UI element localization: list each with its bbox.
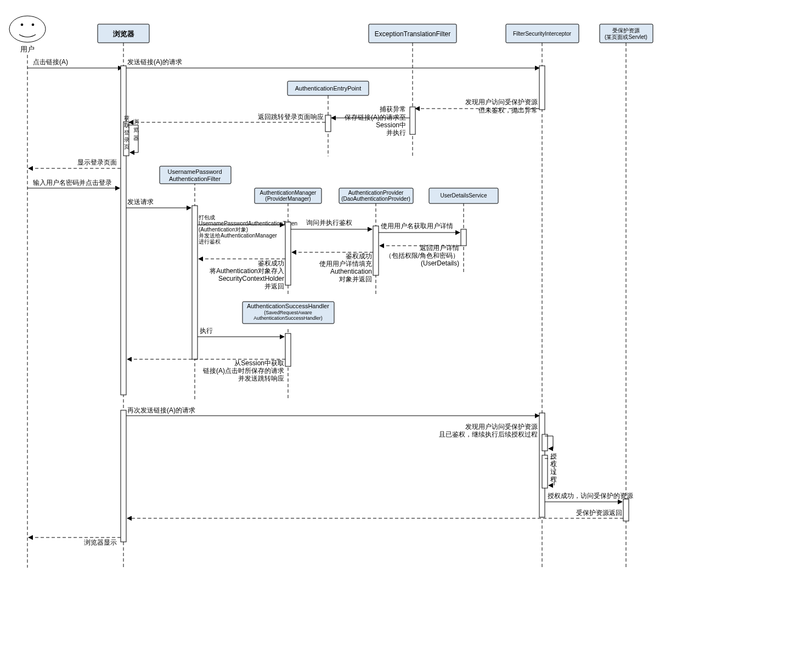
participant-upaf: UsernamePassword AuthenticationFilter — [160, 166, 231, 184]
msg-click-link: 点击链接(A) — [33, 58, 68, 66]
svg-text:浏: 浏 — [133, 118, 139, 124]
svg-text:AuthenticationFilter: AuthenticationFilter — [169, 176, 221, 182]
svg-text:ExceptionTranslationFilter: ExceptionTranslationFilter — [375, 30, 450, 38]
svg-text:(DaoAuthenticationProvider): (DaoAuthenticationProvider) — [341, 196, 410, 202]
svg-text:(某页面或Servlet): (某页面或Servlet) — [605, 34, 647, 40]
svg-text:使用用户详情填充: 使用用户详情填充 — [319, 260, 372, 268]
svg-text:对象并返回: 对象并返回 — [339, 275, 372, 283]
svg-text:受保护资源: 受保护资源 — [612, 27, 640, 33]
svg-text:(Authentication对象): (Authentication对象) — [199, 227, 248, 233]
svg-text:但未鉴权，抛出异常: 但未鉴权，抛出异常 — [478, 106, 538, 114]
svg-text:（包括权限/角色和密码）: （包括权限/角色和密码） — [385, 252, 459, 259]
svg-text:且已鉴权，继续执行后续授权过程: 且已鉴权，继续执行后续授权过程 — [439, 431, 538, 438]
svg-text:SecurityContextHolder: SecurityContextHolder — [218, 275, 284, 282]
svg-text:进行鉴权: 进行鉴权 — [199, 239, 221, 245]
participant-uds: UserDetailsService — [429, 188, 498, 203]
participant-am: AuthenticationManager (ProviderManager) — [255, 188, 322, 203]
svg-text:程: 程 — [550, 475, 557, 483]
svg-text:登: 登 — [124, 129, 129, 135]
svg-text:AuthenticationManager: AuthenticationManager — [260, 190, 317, 196]
svg-text:返回用户详情: 返回用户详情 — [420, 244, 459, 252]
participant-browser: 浏览器 — [98, 24, 149, 43]
svg-text:将Authentication对象存入: 将Authentication对象存入 — [209, 267, 284, 275]
svg-rect-27 — [539, 66, 545, 110]
msg-exec-handler: 执行 — [200, 327, 213, 335]
msg-access-res: 授权成功，访问受保护的资源 — [548, 492, 633, 500]
svg-text:保存链接(A)的请求至: 保存链接(A)的请求至 — [345, 114, 406, 121]
svg-point-0 — [9, 16, 46, 42]
svg-text:录: 录 — [124, 137, 129, 143]
participant-ash: AuthenticationSuccessHandler (SavedReque… — [243, 302, 334, 324]
svg-text:并发送给AuthenticationManager: 并发送给AuthenticationManager — [199, 233, 278, 239]
svg-text:UserDetailsService: UserDetailsService — [440, 193, 487, 199]
svg-text:Session中: Session中 — [376, 121, 406, 129]
msg-redirect-login: 返回跳转登录页面响应 — [258, 113, 324, 121]
svg-text:鉴权成功: 鉴权成功 — [258, 259, 284, 267]
participant-etf: ExceptionTranslationFilter — [369, 24, 456, 43]
msg-send-req-a: 发送链接(A)的请求 — [127, 58, 182, 66]
participant-res: 受保护资源 (某页面或Servlet) — [600, 24, 653, 43]
svg-text:UsernamePasswordAuthentication: UsernamePasswordAuthenticationToken — [199, 220, 297, 227]
svg-text:(SavedRequestAware: (SavedRequestAware — [264, 310, 312, 315]
svg-rect-32 — [410, 107, 415, 134]
svg-text:AuthenticationSuccessHandler): AuthenticationSuccessHandler) — [253, 315, 323, 321]
svg-rect-38 — [325, 115, 331, 132]
msg-load-user: 使用用户名获取用户详情 — [381, 222, 453, 230]
svg-text:并发送跳转响应: 并发送跳转响应 — [238, 375, 284, 382]
svg-text:过: 过 — [550, 468, 557, 475]
participant-ap: AuthenticationProvider (DaoAuthenticatio… — [339, 188, 413, 203]
svg-text:用户: 用户 — [20, 45, 35, 53]
svg-text:浏览器: 浏览器 — [112, 30, 134, 38]
svg-text:页: 页 — [124, 144, 129, 150]
svg-rect-63 — [192, 206, 198, 359]
svg-text:鉴权成功: 鉴权成功 — [346, 252, 372, 260]
svg-rect-70 — [285, 222, 291, 285]
svg-text:(ProviderManager): (ProviderManager) — [265, 196, 311, 202]
svg-point-1 — [21, 24, 24, 26]
msg-unauth: 发现用户访问受保护资源 — [465, 98, 538, 106]
svg-text:Authentication: Authentication — [330, 268, 372, 275]
svg-text:AuthenticationEntryPoint: AuthenticationEntryPoint — [295, 85, 361, 92]
msg-browser-show: 浏览器显示 — [84, 539, 117, 546]
msg-send-login: 发送请求 — [127, 198, 154, 206]
svg-text:从Session中获取: 从Session中获取 — [234, 359, 284, 367]
svg-text:获: 获 — [124, 115, 129, 121]
msg-input-login: 输入用户名密码并点击登录 — [33, 179, 112, 186]
svg-rect-72 — [373, 226, 379, 275]
svg-text:发现用户访问受保护资源: 发现用户访问受保护资源 — [465, 423, 538, 431]
svg-text:器: 器 — [133, 135, 139, 141]
svg-text:AuthenticationProvider: AuthenticationProvider — [348, 190, 404, 196]
svg-text:(UserDetails): (UserDetails) — [421, 259, 459, 267]
participant-fsi: FilterSecurityInterceptor — [506, 24, 579, 43]
svg-text:AuthenticationSuccessHandler: AuthenticationSuccessHandler — [247, 303, 329, 309]
svg-text:取: 取 — [124, 122, 129, 128]
svg-text:链接(A)点击时所保存的请求: 链接(A)点击时所保存的请求 — [202, 367, 284, 375]
svg-text:权: 权 — [550, 460, 557, 468]
svg-point-2 — [32, 24, 35, 26]
actor-user: 用户 — [9, 16, 46, 53]
svg-text:览: 览 — [133, 127, 139, 133]
msg-resend-a: 再次发送链接(A)的请求 — [127, 406, 195, 414]
svg-text:授: 授 — [550, 452, 557, 460]
svg-rect-94 — [285, 333, 291, 366]
msg-ask-auth: 询问并执行鉴权 — [306, 219, 352, 227]
svg-text:FilterSecurityInterceptor: FilterSecurityInterceptor — [513, 31, 572, 37]
sequence-diagram: 用户 浏览器 ExceptionTranslationFilter Filter… — [0, 0, 812, 651]
participant-aep: AuthenticationEntryPoint — [287, 81, 369, 95]
svg-text:并执行: 并执行 — [386, 129, 406, 137]
svg-text:UsernamePassword: UsernamePassword — [167, 168, 222, 175]
svg-rect-74 — [461, 229, 466, 246]
msg-res-return: 受保护资源返回 — [576, 509, 622, 517]
msg-show-login: 显示登录页面 — [77, 158, 117, 166]
svg-rect-102 — [542, 434, 548, 451]
svg-text:并返回: 并返回 — [264, 282, 284, 290]
svg-rect-111 — [623, 499, 629, 521]
svg-rect-105 — [542, 455, 548, 488]
svg-rect-99 — [121, 410, 126, 542]
svg-text:打包成: 打包成 — [198, 214, 215, 220]
svg-text:捕获异常: 捕获异常 — [380, 105, 406, 113]
